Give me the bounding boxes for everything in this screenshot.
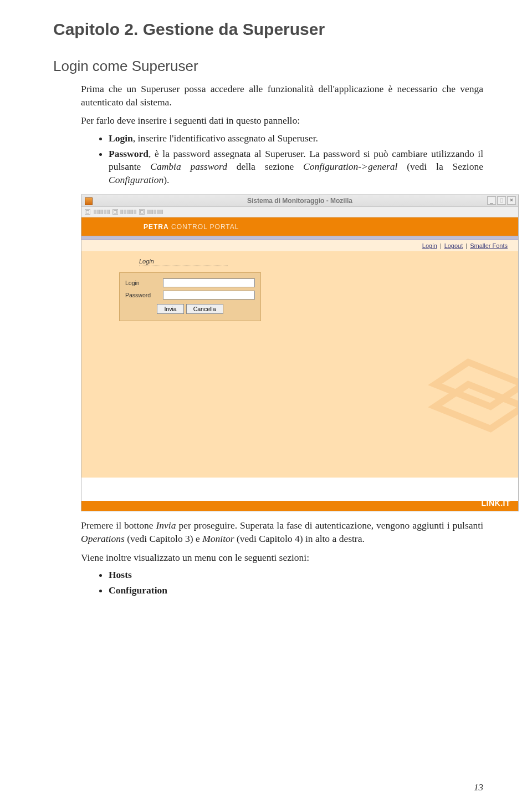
browser-toolbar [81,207,518,217]
bullet-em: Cambia password [150,161,227,172]
brand-banner: PETRA CONTROL PORTAL [81,217,518,236]
login-section-header: Login [139,258,228,266]
intro-paragraph-2: Per farlo deve inserire i seguenti dati … [53,114,483,128]
list-item: Configuration [109,584,483,597]
after-paragraph-1: Premere il bottone Invia per proseguire.… [53,519,483,545]
bullet-em: Configuration->general [303,161,397,172]
after-paragraph-2: Viene inoltre visualizzato un menu con l… [53,551,483,565]
browser-viewport: PETRA CONTROL PORTAL Login | Logout | Sm… [81,217,518,511]
footer-white-band [81,478,518,501]
decorative-graphic [418,351,518,440]
nav-separator: | [466,242,467,249]
nav-separator: | [440,242,442,249]
nav-logout-link[interactable]: Logout [444,242,463,249]
list-item: Hosts [109,569,483,582]
login-input[interactable] [163,278,255,287]
intro-paragraph-1: Prima che un Superuser possa accedere al… [53,83,483,109]
footer-brand: LINK.IT [482,495,511,511]
footer-band [81,501,518,511]
password-label: Password [125,292,163,298]
section-title: Login come Superuser [53,58,483,75]
window-titlebar: Sistema di Monitoraggio - Mozilla _ □ × [81,195,518,207]
bullet-text: ). [163,174,169,185]
menu-sections-list: Hosts Configuration [53,569,483,597]
content-canvas: Login Login Password Invia Cancella [81,251,518,511]
close-icon[interactable]: × [507,196,516,205]
login-panel: Login Password Invia Cancella [119,272,261,321]
panel-fields-list: Login, inserire l'identificativo assegna… [53,132,483,187]
bullet-text: della sezione [227,161,303,172]
bullet-label: Password [109,148,149,159]
bullet-em: Configuration [109,174,163,185]
list-item: Login, inserire l'identificativo assegna… [109,132,483,145]
top-nav: Login | Logout | Smaller Fonts [81,240,518,251]
app-icon [85,197,93,205]
login-label: Login [125,280,163,286]
minimize-icon[interactable]: _ [487,196,496,205]
page-number: 13 [474,782,483,793]
bullet-text: , inserire l'identificativo assegnato al… [133,133,318,144]
password-input[interactable] [163,291,255,300]
separator-bar [81,236,518,240]
window-title: Sistema di Monitoraggio - Mozilla [247,197,352,205]
bullet-label: Login [109,133,133,144]
cancel-button[interactable]: Cancella [186,304,223,314]
chapter-title: Capitolo 2. Gestione da Superuser [53,20,483,39]
submit-button[interactable]: Invia [157,304,183,314]
list-item: Password, è la password assegnata al Sup… [109,148,483,187]
nav-smaller-fonts-link[interactable]: Smaller Fonts [470,242,508,249]
app-window: Sistema di Monitoraggio - Mozilla _ □ × … [81,194,519,511]
brand-logo: PETRA CONTROL PORTAL [144,223,239,231]
maximize-icon[interactable]: □ [497,196,506,205]
nav-login-link[interactable]: Login [422,242,437,249]
window-buttons: _ □ × [487,196,516,205]
bullet-text: (vedi la Sezione [397,161,483,172]
